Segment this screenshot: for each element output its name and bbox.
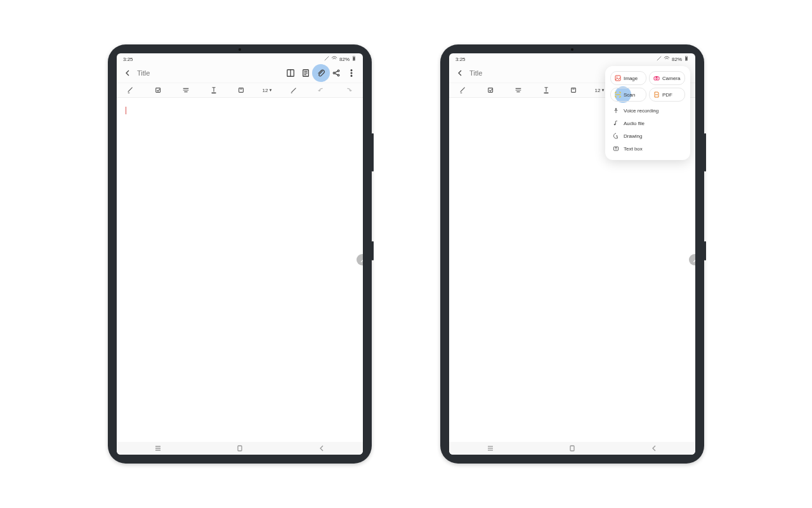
home-button[interactable] xyxy=(227,444,252,453)
scan-icon xyxy=(615,91,621,98)
reading-mode-button[interactable] xyxy=(284,66,298,80)
attach-scan-option[interactable]: Scan xyxy=(610,88,646,102)
battery-icon xyxy=(684,56,689,62)
stylus-icon xyxy=(324,56,329,62)
textbox-icon xyxy=(613,145,619,152)
attach-textbox-option[interactable]: Text box xyxy=(610,142,685,155)
wifi-icon xyxy=(331,56,337,62)
tablet-left: 3:25 82% xyxy=(108,44,372,464)
nav-bar xyxy=(449,442,695,455)
screen: 3:25 82% xyxy=(117,53,363,455)
attach-pdf-option[interactable]: PDF xyxy=(649,88,685,102)
svg-rect-43 xyxy=(615,108,617,110)
nav-back-button[interactable] xyxy=(641,444,667,453)
attach-drawing-option[interactable]: Drawing xyxy=(610,130,685,142)
attach-voice-label: Voice recording xyxy=(624,108,658,114)
status-time: 3:25 xyxy=(455,57,466,62)
redo-button[interactable] xyxy=(343,84,355,97)
back-button[interactable] xyxy=(121,66,134,80)
tablet-right: 3:25 82% xyxy=(440,44,704,464)
battery-text: 82% xyxy=(672,57,682,62)
chevron-down-icon: ▼ xyxy=(601,88,605,92)
text-style-button[interactable] xyxy=(512,84,525,97)
format-toolbar: 12▼ xyxy=(117,83,363,98)
attach-button[interactable] xyxy=(314,66,328,80)
battery-icon xyxy=(351,56,357,62)
align-button[interactable] xyxy=(235,84,247,97)
volume-button xyxy=(372,133,374,171)
nav-back-button[interactable] xyxy=(309,444,334,453)
checklist-button[interactable] xyxy=(152,84,165,97)
font-size-selector[interactable]: 12▼ xyxy=(263,88,273,93)
svg-point-14 xyxy=(351,72,352,74)
attach-image-option[interactable]: Image xyxy=(610,71,646,85)
attach-drawing-label: Drawing xyxy=(624,133,642,139)
attach-camera-label: Camera xyxy=(662,76,680,81)
pen-button[interactable] xyxy=(287,84,300,97)
font-size-selector[interactable]: 12▼ xyxy=(595,88,605,93)
svg-point-8 xyxy=(333,72,335,74)
attach-camera-option[interactable]: Camera xyxy=(649,71,685,85)
svg-rect-34 xyxy=(572,88,576,93)
front-camera xyxy=(239,48,241,51)
svg-rect-28 xyxy=(686,57,687,60)
more-options-button[interactable] xyxy=(344,66,358,80)
page-template-button[interactable] xyxy=(299,66,313,80)
svg-rect-50 xyxy=(570,446,574,451)
status-right: 82% xyxy=(657,56,689,62)
status-right: 82% xyxy=(324,56,357,62)
text-style-button[interactable] xyxy=(180,84,192,97)
svg-rect-1 xyxy=(353,57,355,60)
power-button xyxy=(372,241,374,260)
font-size-value: 12 xyxy=(595,88,601,93)
music-note-icon xyxy=(613,120,619,126)
recents-button[interactable] xyxy=(145,444,171,453)
text-color-button[interactable] xyxy=(540,84,553,97)
home-button[interactable] xyxy=(560,444,585,453)
handwriting-button[interactable] xyxy=(457,84,469,97)
nav-bar xyxy=(117,442,363,455)
share-button[interactable] xyxy=(329,66,343,80)
title-input[interactable] xyxy=(469,69,520,77)
svg-point-37 xyxy=(617,77,618,78)
stylus-icon xyxy=(657,56,662,62)
volume-button xyxy=(704,133,706,171)
svg-point-15 xyxy=(351,76,352,77)
svg-point-10 xyxy=(337,74,339,76)
status-bar: 3:25 82% xyxy=(449,53,695,64)
attach-audio-option[interactable]: Audio file xyxy=(610,117,685,130)
svg-rect-26 xyxy=(238,446,242,451)
svg-rect-21 xyxy=(239,88,244,93)
front-camera xyxy=(571,48,573,51)
battery-text: 82% xyxy=(339,57,350,62)
image-icon xyxy=(615,75,621,81)
attach-audio-label: Audio file xyxy=(624,121,645,126)
status-bar: 3:25 82% xyxy=(117,53,363,64)
undo-button[interactable] xyxy=(315,84,327,97)
checklist-button[interactable] xyxy=(485,84,497,97)
attach-scan-label: Scan xyxy=(624,92,635,98)
attach-textbox-label: Text box xyxy=(624,146,643,152)
text-color-button[interactable] xyxy=(207,84,220,97)
title-input[interactable] xyxy=(137,69,188,77)
svg-point-13 xyxy=(351,70,352,71)
svg-line-12 xyxy=(335,74,338,75)
camera-icon xyxy=(653,75,660,81)
app-header xyxy=(117,64,363,83)
attach-voice-option[interactable]: Voice recording xyxy=(610,104,685,117)
palette-icon xyxy=(613,133,619,139)
text-cursor xyxy=(126,107,126,114)
back-button[interactable] xyxy=(453,66,467,80)
attach-image-label: Image xyxy=(624,76,638,81)
recents-button[interactable] xyxy=(478,444,503,453)
align-button[interactable] xyxy=(567,84,580,97)
pdf-icon xyxy=(653,91,660,98)
note-canvas[interactable] xyxy=(117,98,363,442)
svg-point-9 xyxy=(337,70,339,72)
svg-line-11 xyxy=(335,71,338,72)
status-time: 3:25 xyxy=(123,57,133,62)
handwriting-button[interactable] xyxy=(124,84,137,97)
chevron-down-icon: ▼ xyxy=(268,88,272,92)
font-size-value: 12 xyxy=(263,88,268,93)
attach-pdf-label: PDF xyxy=(662,92,672,98)
